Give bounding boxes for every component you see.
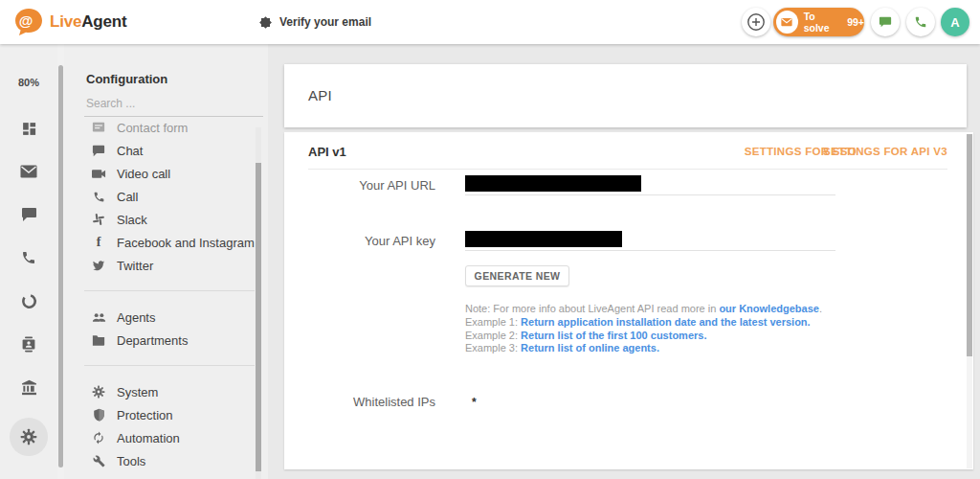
api-key-value-redacted — [465, 231, 622, 247]
verify-email-link[interactable]: Verify your email — [258, 0, 371, 44]
agent-avatar[interactable]: A — [941, 8, 969, 36]
sidebar-menu: Contact form Chat Video call Call — [64, 122, 261, 479]
sidebar-item-slack[interactable]: Slack — [64, 208, 261, 231]
rail-tickets-button[interactable] — [18, 161, 39, 182]
usage-ring-icon — [21, 293, 37, 309]
contact-form-icon — [91, 122, 106, 135]
add-button[interactable] — [742, 8, 770, 36]
zoom-percentage: 80% — [0, 77, 57, 88]
plus-icon — [746, 12, 766, 32]
sidebar-item-call[interactable]: Call — [64, 185, 261, 208]
example-1-link[interactable]: Return application installation date and… — [521, 316, 811, 328]
knowledgebase-link[interactable]: our Knowledgebase — [719, 303, 819, 314]
configuration-sidebar: Configuration Search ... Contact form Ch… — [64, 44, 268, 479]
svg-text:@: @ — [19, 12, 33, 29]
sidebar-item-facebook-instagram[interactable]: f Facebook and Instagram — [64, 231, 261, 254]
api-url-value-redacted — [465, 175, 641, 192]
generate-new-button[interactable]: GENERATE NEW — [465, 265, 569, 286]
to-solve-button[interactable]: To solve 99+ — [773, 8, 864, 36]
content-scrollbar[interactable] — [967, 134, 972, 468]
sidebar-item-label: Protection — [117, 408, 173, 422]
left-panel-scrollbar-thumb[interactable] — [58, 65, 63, 468]
sidebar-item-label: Call — [117, 190, 138, 204]
section-title: API v1 — [308, 145, 346, 159]
sidebar-item-departments[interactable]: Departments — [64, 329, 261, 352]
menu-scrollbar[interactable] — [256, 127, 261, 479]
slack-icon — [91, 212, 106, 227]
verified-badge-icon — [258, 15, 273, 30]
menu-divider — [84, 290, 255, 291]
wrench-icon — [91, 453, 106, 468]
logo-text: LiveAgent — [50, 12, 126, 32]
phone-icon — [21, 250, 36, 265]
videocam-icon — [91, 166, 106, 181]
sidebar-item-label: Automation — [117, 431, 180, 445]
sidebar-item-chat[interactable]: Chat — [64, 139, 261, 162]
sidebar-item-label: Video call — [117, 167, 170, 181]
liveagent-logo[interactable]: @ LiveAgent — [13, 7, 126, 37]
example-3-link[interactable]: Return list of online agents. — [521, 342, 659, 354]
to-solve-label: To solve — [804, 11, 842, 34]
sidebar-item-protection[interactable]: Protection — [64, 403, 261, 426]
rail-usage-button[interactable] — [18, 290, 39, 311]
example-line: Example 1: Return application installati… — [465, 316, 822, 330]
api-key-label: Your API key — [308, 234, 435, 248]
page-title-card: API — [284, 64, 967, 127]
gear-icon — [91, 384, 106, 399]
sidebar-item-label: Slack — [117, 213, 147, 227]
contacts-icon — [21, 336, 36, 353]
api-notes: Note: For more info about LiveAgent API … — [465, 303, 822, 355]
menu-scrollbar-thumb[interactable] — [256, 163, 261, 471]
phone-icon — [914, 15, 927, 29]
sidebar-item-tools[interactable]: Tools — [64, 449, 261, 472]
sidebar-item-contact-form[interactable]: Contact form — [64, 122, 261, 139]
sidebar-item-twitter[interactable]: Twitter — [64, 254, 261, 277]
sidebar-item-agents[interactable]: Agents — [64, 306, 261, 329]
example-line: Example 2: Return list of the first 100 … — [465, 330, 822, 343]
gear-icon — [20, 428, 37, 445]
to-solve-envelope-badge — [776, 11, 798, 34]
api-key-underline — [465, 250, 835, 251]
sidebar-item-video-call[interactable]: Video call — [64, 162, 261, 185]
rail-billing-button[interactable] — [18, 376, 39, 398]
facebook-icon: f — [91, 235, 106, 250]
example-2-link[interactable]: Return list of the first 100 customers. — [521, 330, 706, 341]
search-underline — [84, 116, 263, 117]
sidebar-item-label: Twitter — [117, 259, 153, 273]
settings-for-api-v3-link[interactable]: SETTINGS FOR API V3 — [823, 146, 947, 157]
rail-settings-button[interactable] — [18, 426, 39, 447]
twitter-icon — [91, 258, 106, 273]
sidebar-item-label: System — [117, 385, 158, 399]
sidebar-item-label: Facebook and Instagram — [117, 236, 255, 250]
sidebar-item-label: Agents — [117, 310, 155, 325]
folder-icon — [91, 332, 106, 348]
section-divider — [308, 169, 947, 170]
api-url-label: Your API URL — [308, 178, 435, 193]
top-bar: @ LiveAgent Verify your email To solve 9… — [0, 0, 980, 44]
calls-button[interactable] — [906, 8, 935, 36]
mail-icon — [20, 165, 37, 178]
page-title: API — [308, 87, 332, 103]
sidebar-title: Configuration — [86, 72, 167, 86]
sidebar-search-input[interactable]: Search ... — [86, 97, 263, 110]
chats-button[interactable] — [871, 8, 900, 36]
sidebar-item-label: Contact form — [117, 122, 188, 135]
api-url-underline — [465, 194, 835, 195]
rail-calls-button[interactable] — [18, 247, 39, 268]
sidebar-item-system[interactable]: System — [64, 380, 261, 403]
rail-contacts-button[interactable] — [18, 333, 39, 354]
dashboard-icon — [21, 121, 37, 137]
content-scrollbar-thumb[interactable] — [967, 134, 972, 356]
chat-bubble-icon — [879, 15, 892, 29]
rail-chats-button[interactable] — [18, 204, 39, 225]
rail-dashboard-button[interactable] — [18, 118, 39, 139]
sidebar-item-automation[interactable]: Automation — [64, 426, 261, 449]
whitelisted-ips-label: Whitelisted IPs — [308, 395, 435, 409]
left-panel-scrollbar[interactable] — [57, 44, 64, 479]
liveagent-bubble-icon: @ — [13, 7, 44, 37]
sidebar-item-label: Departments — [117, 333, 188, 348]
chat-icon — [21, 207, 37, 222]
sidebar-item-label: Chat — [117, 144, 143, 158]
agents-icon — [91, 309, 106, 325]
chat-icon — [91, 143, 106, 158]
